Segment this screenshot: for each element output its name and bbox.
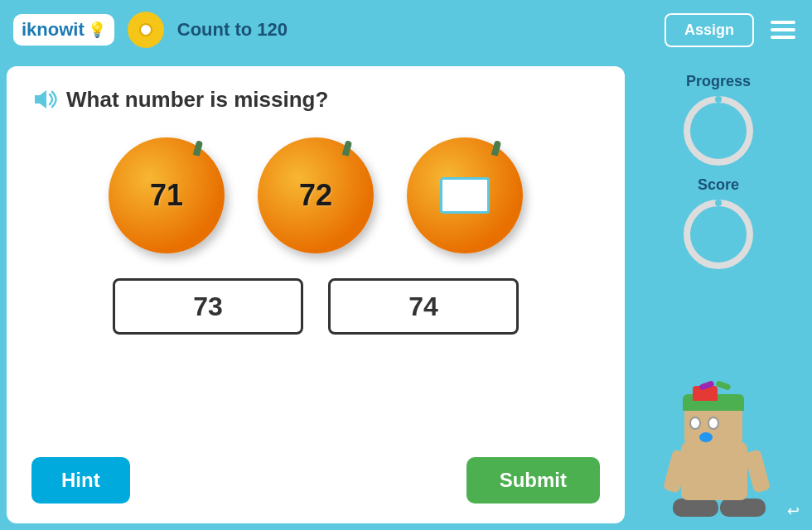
mascot-eye-right xyxy=(708,417,719,430)
mascot-area xyxy=(665,288,772,517)
nav-back-button[interactable]: ↩ xyxy=(781,499,805,523)
hint-button[interactable]: Hint xyxy=(31,457,130,504)
right-panel: Progress 0/15 Score 0 xyxy=(631,66,805,523)
prop-blade-right xyxy=(715,380,731,391)
oranges-row: 71 72 xyxy=(31,137,600,253)
orange-num-2: 72 xyxy=(299,178,332,213)
choices-row: 73 74 xyxy=(31,278,600,335)
choice-button-74[interactable]: 74 xyxy=(328,278,519,335)
lesson-title: Count to 120 xyxy=(177,19,651,41)
bulb-icon: 💡 xyxy=(88,21,106,39)
main-area: What number is missing? 71 72 73 xyxy=(0,60,812,530)
orange-ball-2: 72 xyxy=(258,137,374,253)
lesson-icon xyxy=(128,12,164,48)
score-label: Score xyxy=(681,176,756,194)
progress-label: Progress xyxy=(681,73,756,90)
question-text: What number is missing? xyxy=(66,87,328,113)
score-gauge: 0 xyxy=(681,197,756,272)
orange-ball-1: 71 xyxy=(109,137,225,253)
nav-arrow-icon: ↩ xyxy=(787,502,800,520)
blank-answer-box xyxy=(440,177,490,214)
mascot-track-left xyxy=(673,499,718,517)
score-section: Score 0 xyxy=(681,176,756,272)
choice-button-73[interactable]: 73 xyxy=(113,278,303,335)
mascot-body xyxy=(681,442,747,500)
mascot-arm-right xyxy=(744,449,771,493)
submit-button[interactable]: Submit xyxy=(466,457,600,504)
assign-button[interactable]: Assign xyxy=(665,13,754,47)
lesson-icon-dot xyxy=(139,23,152,36)
score-value: 0 xyxy=(714,226,723,243)
question-panel: What number is missing? 71 72 73 xyxy=(7,66,625,523)
hamburger-line-1 xyxy=(771,21,795,24)
progress-gauge: 0/15 xyxy=(681,94,756,168)
mascot-eye-left xyxy=(689,417,701,430)
orange-num-1: 71 xyxy=(150,178,183,213)
progress-section: Progress 0/15 xyxy=(681,73,756,168)
menu-button[interactable] xyxy=(767,17,799,42)
mascot-pacifier xyxy=(699,432,713,442)
progress-value: 0/15 xyxy=(703,123,732,140)
orange-ball-3 xyxy=(407,137,523,253)
sound-button[interactable] xyxy=(31,86,58,113)
orange-2: 72 xyxy=(258,137,374,253)
app-header: iknowit 💡 Count to 120 Assign xyxy=(0,0,812,60)
mascot-propeller xyxy=(699,383,731,388)
orange-1: 71 xyxy=(109,137,225,253)
orange-3-blank xyxy=(407,137,523,253)
mascot xyxy=(665,393,772,517)
logo: iknowit 💡 xyxy=(13,14,114,46)
svg-marker-0 xyxy=(35,90,46,108)
bottom-bar: Hint Submit xyxy=(31,457,600,504)
logo-text: iknowit xyxy=(22,19,85,41)
hamburger-line-3 xyxy=(771,36,795,39)
mascot-track-right xyxy=(720,499,766,517)
hamburger-line-2 xyxy=(771,28,795,31)
question-header: What number is missing? xyxy=(31,86,600,113)
